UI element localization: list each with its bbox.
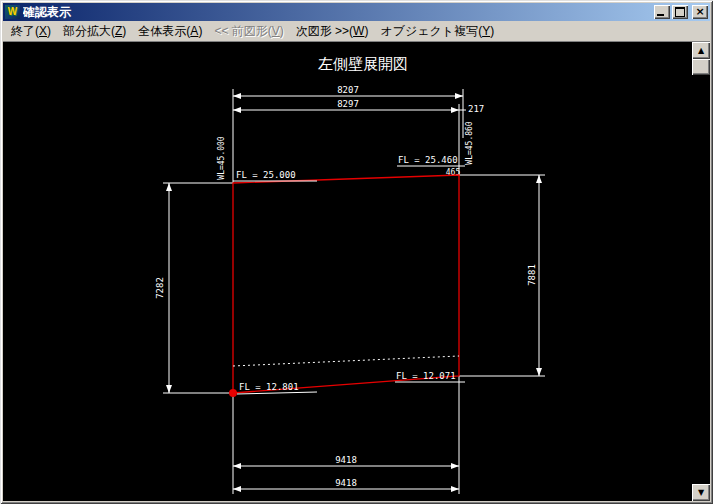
level-left-wall: WL=45.000 [217,136,226,180]
close-icon: × [695,7,704,17]
level-bottom-right: FL = 12.071 [396,371,456,381]
scrollbar-thumb[interactable] [692,59,710,75]
cad-drawing: 左側壁展開図 8207 8297 217 [3,42,692,501]
menu-label: 全体表示( [138,24,190,38]
wall-outline [233,175,459,393]
dashed-level-line [233,356,459,366]
close-button[interactable]: × [692,5,708,19]
app-icon: W [5,5,20,19]
app-icon-letter: W [8,6,17,17]
menu-accel: W [353,24,364,38]
scroll-down-button[interactable]: ▼ [692,484,710,501]
dim-left: 7282 [155,277,165,299]
level-right-wall: WL=45.860 [465,121,474,165]
dim-bottom-inner: 9418 [335,455,357,465]
menu-bar: 終了(X) 部分拡大(Z) 全体表示(A) << 前図形(V) 次図形 >>(W… [3,21,710,42]
scrollbar-track[interactable] [692,75,710,484]
menu-label: ) [122,24,126,38]
menu-label: オブジェクト複写( [380,24,482,38]
vertical-scrollbar[interactable]: ▲ ▼ [692,42,710,501]
dim-top-right-small: 217 [468,104,484,114]
menu-label: ) [198,24,202,38]
window-title: 確認表示 [23,4,651,21]
scroll-up-icon: ▲ [698,46,704,55]
menu-item-prev-figure: << 前図形(V) [208,21,289,42]
minimize-icon [657,14,664,16]
menu-item-object-copy[interactable]: オブジェクト複写(Y) [374,21,500,42]
app-window: W 確認表示 × 終了(X) 部分拡大(Z) 全体表示(A) << 前図形(V)… [0,0,713,504]
scroll-down-icon: ▼ [698,488,704,497]
menu-label: ) [490,24,494,38]
menu-item-partial-zoom[interactable]: 部分拡大(Z) [57,21,132,42]
dim-top-outer: 8207 [337,85,359,95]
menu-label: 部分拡大( [63,24,115,38]
drawing-title: 左側壁展開図 [318,55,408,73]
window-controls: × [654,5,708,19]
menu-accel: X [39,24,47,38]
level-top-right: FL = 25.460 [398,155,458,165]
menu-label: 次図形 >>( [296,24,353,38]
dim-top-inner: 8297 [337,99,359,109]
scroll-up-button[interactable]: ▲ [692,42,710,59]
level-bottom-left: FL = 12.801 [239,382,299,392]
menu-label: << 前図形( [214,24,271,38]
maximize-button[interactable] [672,5,688,19]
menu-label: ) [364,24,368,38]
minimize-button[interactable] [654,5,670,19]
level-top-left: FL = 25.000 [236,170,296,180]
menu-accel: Y [482,24,490,38]
menu-label: 終了( [11,24,39,38]
menu-item-exit[interactable]: 終了(X) [5,21,57,42]
title-bar[interactable]: W 確認表示 × [3,3,710,21]
client-area: 左側壁展開図 8207 8297 217 [3,42,710,501]
menu-label: ) [47,24,51,38]
dim-bottom-outer: 9418 [335,478,357,488]
menu-accel: V [272,24,280,38]
dim-right: 7881 [527,264,537,286]
menu-item-next-figure[interactable]: 次図形 >>(W) [290,21,375,42]
vertex-marker [229,389,237,397]
menu-item-full-view[interactable]: 全体表示(A) [132,21,208,42]
menu-label: ) [280,24,284,38]
maximize-icon [675,7,685,17]
drawing-canvas[interactable]: 左側壁展開図 8207 8297 217 [3,42,692,501]
